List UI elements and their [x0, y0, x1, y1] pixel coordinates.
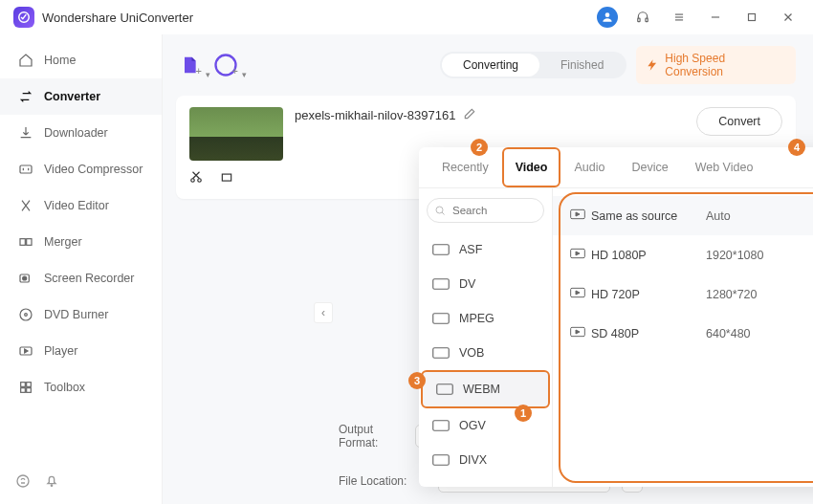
crop-icon[interactable] — [220, 170, 233, 187]
res-1080p[interactable]: HD 1080P1920*1080 — [553, 235, 813, 274]
dvd-icon — [17, 306, 34, 323]
cut-icon[interactable] — [189, 170, 203, 187]
fmt-ogv[interactable]: OGV — [419, 408, 552, 443]
sidebar-item-merger[interactable]: Merger — [0, 224, 162, 260]
svg-rect-28 — [433, 245, 450, 255]
label: Video Editor — [44, 199, 109, 212]
segment-converting[interactable]: Converting — [442, 54, 539, 77]
headset-icon[interactable] — [631, 6, 654, 29]
tab-audio[interactable]: Audio — [560, 147, 618, 187]
callout-4: 4 — [788, 139, 805, 156]
svg-rect-20 — [27, 383, 32, 387]
svg-rect-34 — [433, 455, 450, 466]
format-dropdown: 2 4 Recently Video Audio Device Web Vide… — [419, 147, 813, 487]
toolbox-icon — [17, 379, 34, 396]
label: Screen Recorder — [44, 272, 135, 285]
callout-2: 2 — [471, 139, 488, 156]
fmt-dv[interactable]: DV — [419, 267, 552, 301]
label: High Speed Conversion — [665, 52, 786, 78]
svg-point-41 — [51, 485, 52, 486]
sidebar-item-downloader[interactable]: Downloader — [0, 115, 162, 151]
close-icon[interactable] — [777, 6, 800, 29]
fmt-divx[interactable]: DIVX — [419, 443, 552, 477]
app-title: Wondershare UniConverter — [42, 11, 597, 25]
svg-rect-26 — [222, 174, 231, 181]
svg-rect-13 — [27, 239, 32, 246]
notification-icon[interactable] — [44, 473, 59, 493]
callout-1: 1 — [515, 405, 532, 422]
tab-recently[interactable]: Recently — [428, 147, 502, 187]
sidebar-item-dvd[interactable]: DVD Burner — [0, 296, 162, 333]
sidebar-item-converter[interactable]: Converter — [0, 78, 162, 115]
label: Video Compressor — [44, 163, 143, 176]
app-logo — [13, 7, 34, 28]
download-icon — [17, 124, 34, 142]
status-segment: Converting Finished — [440, 52, 626, 78]
callout-3: 3 — [408, 372, 426, 389]
sidebar: Home Converter Downloader Video Compress… — [0, 34, 163, 504]
minimize-icon[interactable] — [704, 6, 727, 29]
convert-icon — [17, 88, 34, 105]
svg-rect-12 — [20, 239, 25, 246]
svg-rect-32 — [437, 384, 453, 395]
high-speed-button[interactable]: High Speed Conversion — [636, 46, 796, 84]
add-file-button[interactable]: +▾ — [176, 52, 203, 78]
record-icon — [17, 270, 34, 287]
edit-name-icon[interactable] — [463, 107, 476, 123]
svg-rect-30 — [433, 314, 450, 324]
fmt-mpeg[interactable]: MPEG — [419, 301, 552, 336]
sidebar-item-home[interactable]: Home — [0, 42, 162, 78]
svg-rect-11 — [20, 165, 32, 173]
tab-webvideo[interactable]: Web Video — [682, 147, 767, 187]
editor-icon — [17, 197, 34, 214]
add-url-button[interactable]: +▾ — [212, 52, 239, 78]
convert-button[interactable]: Convert — [696, 107, 782, 136]
maximize-icon[interactable] — [740, 6, 763, 29]
tab-device[interactable]: Device — [618, 147, 681, 187]
svg-rect-33 — [433, 421, 450, 431]
feedback-icon[interactable] — [15, 473, 31, 493]
segment-finished[interactable]: Finished — [539, 54, 625, 77]
file-location-label: File Location: — [339, 474, 428, 488]
video-thumbnail[interactable] — [189, 107, 283, 161]
svg-rect-2 — [638, 18, 640, 22]
label: DVD Burner — [44, 308, 108, 321]
player-icon — [17, 342, 34, 360]
svg-rect-8 — [749, 14, 756, 21]
sidebar-collapse-handle[interactable]: ‹ — [314, 302, 333, 323]
sidebar-item-editor[interactable]: Video Editor — [0, 187, 162, 224]
label: Converter — [44, 90, 100, 103]
svg-rect-31 — [433, 348, 450, 359]
fmt-vob[interactable]: VOB — [419, 336, 552, 370]
svg-rect-3 — [646, 18, 648, 22]
filename: pexels-mikhail-nilov-8397161 — [295, 108, 455, 122]
svg-point-1 — [605, 12, 610, 17]
svg-rect-29 — [433, 279, 450, 290]
sidebar-item-toolbox[interactable]: Toolbox — [0, 369, 162, 405]
svg-rect-21 — [21, 388, 26, 393]
fmt-webm[interactable]: WEBM — [421, 370, 550, 408]
fmt-asf[interactable]: ASF — [419, 232, 552, 267]
svg-point-15 — [23, 276, 27, 280]
account-icon[interactable] — [597, 7, 618, 28]
menu-icon[interactable] — [668, 6, 691, 29]
merger-icon — [17, 233, 34, 251]
res-480p[interactable]: SD 480P640*480 — [553, 314, 813, 353]
res-same[interactable]: Same as sourceAuto — [553, 196, 813, 235]
tab-video[interactable]: Video — [502, 147, 561, 187]
svg-point-27 — [436, 207, 443, 213]
home-icon — [17, 52, 34, 69]
label: Toolbox — [44, 381, 85, 394]
svg-rect-19 — [21, 383, 26, 387]
label: Player — [44, 344, 77, 358]
svg-point-40 — [17, 475, 29, 487]
svg-point-17 — [25, 314, 28, 317]
sidebar-item-recorder[interactable]: Screen Recorder — [0, 260, 162, 296]
res-720p[interactable]: HD 720P1280*720 — [553, 274, 813, 314]
sidebar-item-compressor[interactable]: Video Compressor — [0, 151, 162, 187]
sidebar-item-player[interactable]: Player — [0, 333, 162, 369]
search-icon — [434, 205, 446, 216]
compressor-icon — [17, 161, 34, 178]
svg-point-16 — [20, 309, 32, 320]
label: Home — [44, 54, 76, 67]
